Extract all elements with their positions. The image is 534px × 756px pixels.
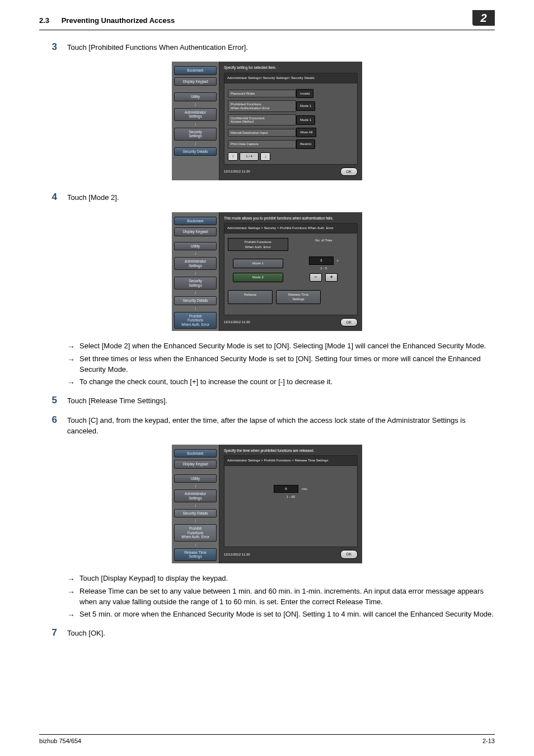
bookmark-button[interactable]: Bookmark [174,66,217,74]
release-time-settings-button[interactable]: Release Time Settings [276,290,321,304]
chevron-down-icon: ↓ [174,102,217,107]
bullet-text: Set 5 min. or more when the Enhanced Sec… [79,609,495,620]
print-data-capture-value: Restrict [296,139,315,149]
device-screen-3: Bookmark Display Keypad Utility ↓ Admini… [172,445,362,563]
release-time-value: 5 [274,485,298,493]
step-number: 5 [39,394,57,408]
decrement-button[interactable]: − [310,273,322,282]
prohibited-functions-button[interactable]: Prohibited Functions When Authentication… [228,100,296,112]
footer-right: 2-13 [483,737,495,746]
step-text: Touch [OK]. [67,628,495,639]
timestamp: 12/11/2012 11:20 [224,552,250,557]
arrow-icon: → [67,573,79,585]
release-time-range: 1 - 60 [228,494,354,500]
bookmark-button[interactable]: Bookmark [174,217,217,225]
bookmark-button[interactable]: Bookmark [174,449,217,458]
chevron-down-icon: ↓ [174,291,217,295]
arrow-icon: → [67,586,79,598]
screen-message: Specify setting for selected item. [224,65,358,70]
admin-settings-button[interactable]: Administrator Settings [174,257,217,270]
step-number: 7 [39,626,57,640]
chevron-down-icon: ↓ [174,519,217,523]
page-up-button[interactable]: ↑ [228,152,238,161]
breadcrumb: Administrator Settings> Security Setting… [224,73,358,83]
timestamp: 12/11/2012 11:20 [224,169,250,174]
page-footer: bizhub 754/654 2-13 [39,734,495,746]
footer-left: bizhub 754/654 [39,737,81,746]
security-settings-button[interactable]: Security Settings [174,128,217,141]
page-down-button[interactable]: ↓ [260,152,270,161]
confidential-doc-button[interactable]: Confidential Document Access Method [228,114,296,126]
security-details-button[interactable]: Security Details [174,296,217,305]
utility-button[interactable]: Utility [174,242,217,250]
page-indicator: 1 / 4 [240,152,259,161]
admin-settings-button[interactable]: Administrator Settings [174,489,217,502]
mode1-button[interactable]: Mode 1 [233,259,283,268]
chevron-down-icon: ↓ [174,142,217,146]
password-rules-value: Invalid [296,89,313,99]
section-title: Preventing Unauthorized Access [62,16,175,25]
arrow-icon: → [67,354,79,365]
admin-settings-button[interactable]: Administrator Settings [174,108,217,121]
release-button[interactable]: Release [228,290,273,304]
step-text: Touch [C] and, from the keypad, enter th… [67,416,495,437]
release-time-settings-button[interactable]: Release Time Settings [174,548,217,561]
screen-message: This mode allows you to prohibit functio… [224,216,358,221]
chevron-down-icon: ↓ [174,306,217,311]
device-screen-2: Bookmark Display Keypad Utility ↓ Admini… [172,212,362,331]
release-time-unit: min. [302,487,308,491]
utility-button[interactable]: Utility [174,474,217,483]
arrow-icon: → [67,377,79,388]
mode2-button[interactable]: Mode 2 [233,273,283,282]
bullet-text: Select [Mode 2] when the Enhanced Securi… [79,341,495,352]
confidential-doc-value: Mode 1 [296,115,315,125]
arrow-icon: → [67,341,79,352]
chevron-down-icon: ↓ [174,543,217,547]
step-text: Touch [Release Time Settings]. [67,396,495,407]
step-text: Touch [Mode 2]. [67,193,495,203]
chevron-down-icon: ↓ [174,251,217,256]
arrow-icon: → [67,609,79,620]
increment-button[interactable]: + [325,273,338,282]
tries-value: 3 [309,256,334,265]
chevron-down-icon: ↓ [174,271,217,276]
chevron-down-icon: ↓ [174,122,217,127]
breadcrumb: Administrator Settings > Prohibit Functi… [224,455,358,466]
chevron-down-icon: ↓ [174,503,217,508]
bullet-text: Set three times or less when the Enhance… [79,354,495,375]
tries-range: 1 - 5 [320,266,327,271]
display-keypad-button[interactable]: Display Keypad [174,77,217,86]
security-details-button[interactable]: Security Details [174,509,217,517]
bullet-text: Touch [Display Keypad] to display the ke… [79,573,495,584]
timestamp: 12/11/2012 11:20 [224,320,250,325]
manual-dest-value: Allow All [296,128,316,137]
header-divider [39,30,495,30]
step-text: Touch [Prohibited Functions When Authent… [67,43,495,53]
prohibit-functions-button[interactable]: Prohibit Functions When Auth. Error [174,524,217,541]
breadcrumb: Administrator Settings > Security > Proh… [224,223,358,234]
prohibit-functions-button[interactable]: Prohibit Functions When Auth. Error [174,312,217,329]
section-header: 2.3 Preventing Unauthorized Access [39,16,175,26]
ok-button[interactable]: OK [340,167,358,176]
display-keypad-button[interactable]: Display Keypad [174,227,217,236]
print-data-capture-button[interactable]: Print Data Capture [228,140,296,148]
ok-button[interactable]: OK [340,550,358,558]
bullet-text: Release Time can be set to any value bet… [79,586,495,608]
bullet-text: To change the check count, touch [+] to … [79,377,495,388]
security-details-button[interactable]: Security Details [174,147,217,156]
screen-message: Specify the time when prohibited functio… [224,448,358,453]
device-screen-1: Bookmark Display Keypad Utility ↓ Admini… [172,62,362,180]
prohibited-functions-value: Mode 1 [296,101,315,111]
chapter-badge: 2 [472,10,495,26]
chevron-down-icon: ↓ [174,484,217,488]
section-number: 2.3 [39,16,49,25]
utility-button[interactable]: Utility [174,92,217,101]
ok-button[interactable]: OK [340,318,358,326]
manual-dest-button[interactable]: Manual Destination Input [228,129,296,137]
column-header-tries: No. of Tries [294,238,354,243]
security-settings-button[interactable]: Security Settings [174,277,217,290]
step-number: 6 [39,413,57,427]
column-header-mode: Prohibit Functions When Auth. Error [228,238,288,251]
password-rules-button[interactable]: Password Rules [228,90,296,97]
display-keypad-button[interactable]: Display Keypad [174,460,217,468]
